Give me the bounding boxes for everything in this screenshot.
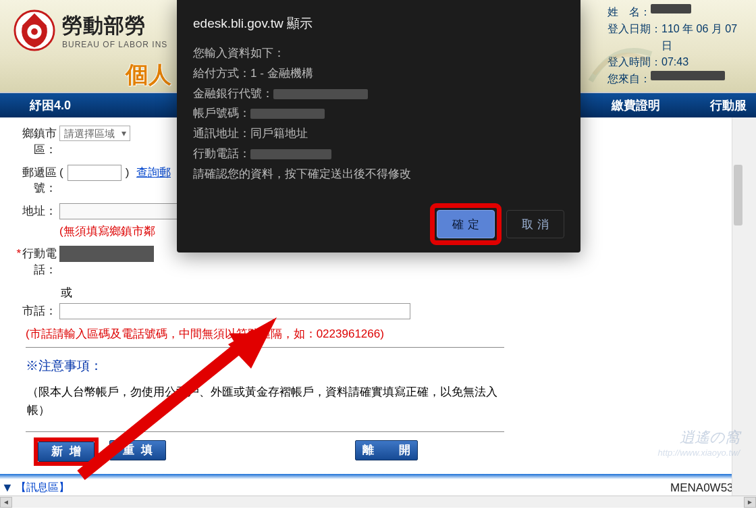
local-phone-label: 市話 — [22, 304, 57, 317]
dialog-line-addr: 通訊地址：同戶籍地址 — [193, 124, 564, 144]
mobile-label: *行動電話 — [16, 247, 57, 276]
separator-2 — [26, 431, 504, 432]
dialog-cancel-button[interactable]: 取消 — [506, 210, 564, 238]
nav-item-mobile[interactable]: 行動服 — [687, 93, 753, 117]
highlight-box-ok: 確定 — [435, 208, 497, 240]
scroll-right-icon[interactable]: ► — [744, 497, 756, 508]
horizontal-scrollbar[interactable]: ◄ ► — [0, 496, 756, 508]
reset-button[interactable]: 重填 — [109, 440, 166, 460]
zip-label: 郵遞區號 — [22, 166, 57, 195]
mobile-input[interactable] — [59, 246, 154, 262]
leave-button[interactable]: 離 開 — [355, 440, 418, 460]
user-name-label: 姓 名： — [608, 4, 651, 21]
notice-title: ※注意事項： — [26, 357, 514, 375]
bank-code-redacted — [273, 89, 368, 99]
address-hint: (無須填寫鄉鎮市鄰 — [59, 223, 155, 239]
triangle-down-icon[interactable]: ▼ — [1, 481, 14, 495]
add-button[interactable]: 新增 — [38, 442, 94, 462]
phone-format-hint: (市話請輸入區碼及電話號碼，中間無須以符號區隔，如：0223961266) — [26, 326, 514, 342]
page-subtitle: 個人 — [126, 59, 171, 90]
notice-body: （限本人台幣帳戶，勿使用公司戶、外匯或黃金存褶帳戶，資料請確實填寫正確，以免無法… — [16, 380, 514, 429]
decorative-swirl-icon — [587, 34, 655, 88]
org-title-en: BUREAU OF LABOR INS — [62, 40, 167, 49]
dialog-ok-button[interactable]: 確定 — [437, 210, 495, 238]
page-code: MENA0W530 — [670, 481, 740, 495]
dialog-line-bank: 金融銀行代號： — [193, 84, 564, 104]
org-title-cn: 勞動部勞 — [62, 12, 167, 40]
mobile-redacted — [250, 149, 331, 159]
zip-input[interactable] — [68, 165, 122, 181]
dialog-line-method: 給付方式：1 - 金融機構 — [193, 63, 564, 84]
user-name-value-redacted — [651, 4, 691, 14]
scroll-left-icon[interactable]: ◄ — [0, 497, 12, 508]
logo-group: 勞動部勞 BUREAU OF LABOR INS — [14, 9, 167, 51]
message-bar: ▼ 【訊息區】 MENA0W530 — [0, 479, 744, 496]
or-divider: 或 — [16, 285, 514, 300]
watermark: 逍遙の窩 http://www.xiaoyo.tw/ — [658, 427, 740, 458]
action-button-row: 新增 重填 離 開 — [16, 435, 514, 469]
dialog-line-mobile: 行動電話： — [193, 144, 564, 164]
township-label: 鄉鎮市區 — [22, 127, 57, 156]
address-label: 地址 — [22, 205, 57, 217]
zip-lookup-link[interactable]: 查詢郵 — [136, 165, 171, 180]
dialog-line-acct: 帳戶號碼： — [193, 103, 564, 124]
local-phone-input[interactable] — [59, 303, 410, 319]
dialog-title: edesk.bli.gov.tw 顯示 — [193, 15, 564, 32]
confirm-dialog: edesk.bli.gov.tw 顯示 您輸入資料如下： 給付方式：1 - 金融… — [177, 0, 580, 252]
nav-item-relief[interactable]: 紓困4.0 — [3, 93, 98, 117]
nav-item-proof[interactable]: 繳費證明 — [585, 93, 687, 117]
dialog-line-confirm: 請確認您的資料，按下確定送出後不得修改 — [193, 164, 564, 184]
message-area-label[interactable]: 【訊息區】 — [16, 481, 70, 495]
account-redacted — [250, 109, 325, 119]
township-select[interactable]: 請選擇區域 — [59, 126, 130, 141]
separator-1 — [26, 347, 504, 348]
dialog-line-intro: 您輸入資料如下： — [193, 43, 564, 63]
login-date-value: 110 年 06 月 07 日 — [662, 21, 749, 55]
svg-point-2 — [31, 28, 38, 35]
highlight-box-add: 新增 — [36, 440, 96, 463]
from-value-redacted — [651, 71, 725, 80]
login-time-value: 07:43 — [662, 54, 688, 71]
agency-logo-icon — [14, 9, 55, 51]
gradient-strip — [0, 474, 744, 479]
